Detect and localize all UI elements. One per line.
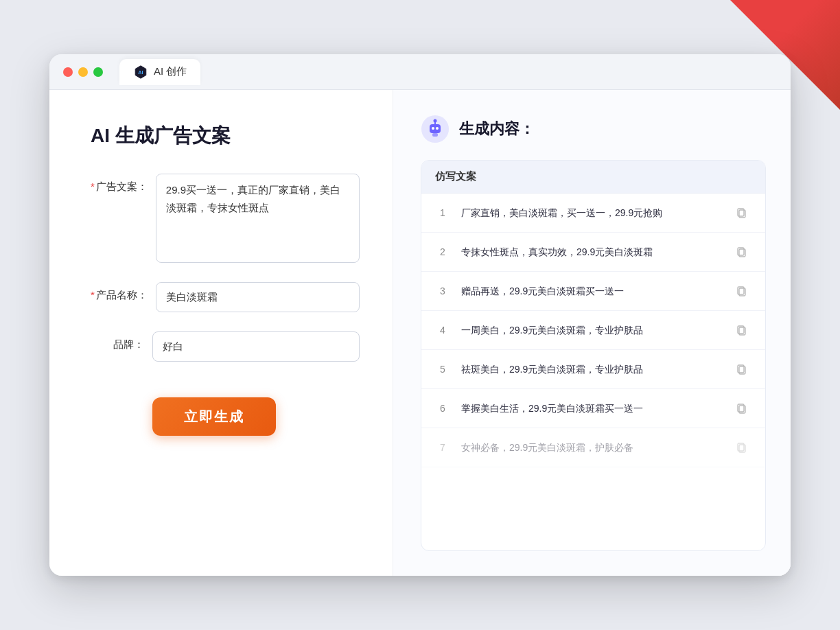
results-header: 仿写文案 <box>421 161 765 194</box>
right-panel: 生成内容： 仿写文案 1厂家直销，美白淡斑霜，买一送一，29.9元抢购2专抹女性… <box>393 90 791 576</box>
result-number: 2 <box>435 246 450 257</box>
ai-icon: AI <box>133 65 148 80</box>
ad-copy-input[interactable] <box>156 174 360 263</box>
product-name-input[interactable] <box>156 282 360 312</box>
generate-button[interactable]: 立即生成 <box>152 397 276 436</box>
svg-rect-8 <box>432 133 438 137</box>
result-number: 1 <box>435 207 450 218</box>
browser-window: AI AI 创作 AI 生成广告文案 *广告文案： *产品名称： <box>49 54 791 576</box>
results-container: 仿写文案 1厂家直销，美白淡斑霜，买一送一，29.9元抢购2专抹女性斑点，真实功… <box>421 160 766 551</box>
copy-button[interactable] <box>732 281 751 301</box>
brand-label: 品牌： <box>91 331 152 351</box>
product-name-row: *产品名称： <box>91 282 360 312</box>
main-content: AI 生成广告文案 *广告文案： *产品名称： 品牌： 立即生成 <box>49 90 791 576</box>
brand-row: 品牌： <box>91 331 360 362</box>
traffic-lights <box>63 67 103 77</box>
minimize-button[interactable] <box>78 67 88 77</box>
result-text: 一周美白，29.9元美白淡斑霜，专业护肤品 <box>461 323 721 338</box>
copy-button[interactable] <box>732 242 751 261</box>
active-tab[interactable]: AI AI 创作 <box>119 59 200 85</box>
tab-label: AI 创作 <box>154 65 187 78</box>
copy-button[interactable] <box>732 438 751 457</box>
copy-button[interactable] <box>732 399 751 418</box>
copy-button[interactable] <box>732 320 751 340</box>
product-required: * <box>91 289 95 301</box>
result-number: 6 <box>435 403 450 414</box>
result-item: 7女神必备，29.9元美白淡斑霜，护肤必备 <box>421 428 765 467</box>
copy-button[interactable] <box>732 360 751 379</box>
result-item: 6掌握美白生活，29.9元美白淡斑霜买一送一 <box>421 389 765 428</box>
result-item: 2专抹女性斑点，真实功效，29.9元美白淡斑霜 <box>421 233 765 272</box>
svg-point-5 <box>436 127 439 130</box>
svg-rect-3 <box>430 124 441 133</box>
maximize-button[interactable] <box>93 67 103 77</box>
ad-copy-required: * <box>91 180 95 192</box>
svg-text:AI: AI <box>138 69 143 75</box>
right-panel-title: 生成内容： <box>459 119 535 139</box>
right-header: 生成内容： <box>421 115 766 143</box>
ad-copy-label: *广告文案： <box>91 174 156 194</box>
result-number: 5 <box>435 364 450 375</box>
page-title: AI 生成广告文案 <box>91 123 360 149</box>
results-list: 1厂家直销，美白淡斑霜，买一送一，29.9元抢购2专抹女性斑点，真实功效，29.… <box>421 194 765 550</box>
result-number: 4 <box>435 325 450 336</box>
result-item: 4一周美白，29.9元美白淡斑霜，专业护肤品 <box>421 311 765 350</box>
result-item: 1厂家直销，美白淡斑霜，买一送一，29.9元抢购 <box>421 194 765 233</box>
left-panel: AI 生成广告文案 *广告文案： *产品名称： 品牌： 立即生成 <box>49 90 393 576</box>
brand-input[interactable] <box>152 331 360 362</box>
result-text: 女神必备，29.9元美白淡斑霜，护肤必备 <box>461 441 721 455</box>
title-bar: AI AI 创作 <box>49 54 791 90</box>
svg-point-7 <box>434 119 437 123</box>
result-item: 3赠品再送，29.9元美白淡斑霜买一送一 <box>421 272 765 311</box>
result-text: 专抹女性斑点，真实功效，29.9元美白淡斑霜 <box>461 245 721 259</box>
bot-avatar-icon <box>421 115 450 143</box>
result-number: 7 <box>435 442 450 453</box>
result-number: 3 <box>435 285 450 296</box>
result-item: 5祛斑美白，29.9元美白淡斑霜，专业护肤品 <box>421 350 765 389</box>
result-text: 掌握美白生活，29.9元美白淡斑霜买一送一 <box>461 401 721 416</box>
close-button[interactable] <box>63 67 73 77</box>
result-text: 厂家直销，美白淡斑霜，买一送一，29.9元抢购 <box>461 206 721 220</box>
result-text: 祛斑美白，29.9元美白淡斑霜，专业护肤品 <box>461 362 721 377</box>
svg-point-4 <box>432 127 434 130</box>
copy-button[interactable] <box>732 203 751 222</box>
result-text: 赠品再送，29.9元美白淡斑霜买一送一 <box>461 284 721 299</box>
product-name-label: *产品名称： <box>91 282 156 302</box>
ad-copy-row: *广告文案： <box>91 174 360 263</box>
